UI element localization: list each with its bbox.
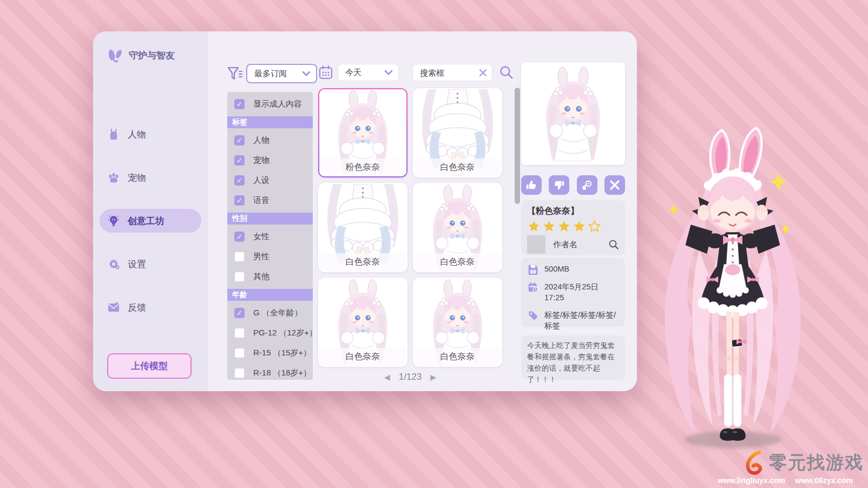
filter-checkbox-row[interactable]: ✓宠物 — [227, 150, 313, 170]
filter-checkbox-row[interactable]: ✓G （全年龄） — [227, 303, 313, 323]
author-avatar[interactable] — [527, 235, 545, 254]
checkbox-label: R-15 （15岁+） — [253, 348, 311, 358]
checkbox-checked[interactable]: ✓ — [234, 135, 245, 146]
filter-checkbox-row[interactable]: 其他 — [227, 267, 313, 287]
filter-checkbox-row[interactable]: ✓女性 — [227, 227, 313, 247]
sidebar-item-label: 设置 — [128, 258, 146, 271]
model-info-card: 【粉色奈奈】 作者名 — [521, 200, 625, 255]
checkbox-label: PG-12 （12岁+） — [253, 328, 313, 338]
filter-funnel-icon — [226, 65, 244, 82]
thumbs-up-button[interactable] — [521, 175, 542, 195]
app-window: 守护与智友 人物 宠物 — [93, 31, 637, 391]
close-preview-button[interactable] — [604, 175, 625, 195]
sidebar-item-feedback[interactable]: 反馈 — [100, 295, 201, 319]
clear-search-icon[interactable] — [479, 69, 487, 77]
filter-checkbox-row-adult[interactable]: ✓ 显示成人内容 — [227, 94, 313, 114]
sort-dropdown[interactable]: 最多订阅 — [246, 64, 317, 83]
checkbox-checked[interactable]: ✓ — [234, 232, 245, 242]
thumbs-down-button[interactable] — [549, 175, 569, 195]
app-title: 守护与智友 — [129, 49, 175, 62]
thumbs-up-icon — [525, 179, 537, 191]
tag-icon — [527, 310, 538, 331]
checkbox-unchecked[interactable] — [234, 272, 245, 282]
page-next-icon[interactable]: ▶ — [430, 373, 436, 381]
checkbox-unchecked[interactable] — [234, 348, 245, 358]
filter-section-header: 年龄 — [227, 289, 313, 301]
model-card[interactable]: 白色奈奈 — [318, 183, 407, 272]
filter-checkbox-row[interactable]: 男性 — [227, 247, 313, 267]
meta-size-row: 500MB — [527, 264, 619, 275]
model-card[interactable]: 白色奈奈 — [413, 183, 502, 272]
upload-model-button[interactable]: 上传模型 — [107, 353, 192, 379]
search-input[interactable] — [413, 68, 479, 78]
author-name: 作者名 — [553, 240, 608, 250]
model-card-label: 白色奈奈 — [414, 348, 501, 366]
filter-checkbox-row[interactable]: R-18 （18岁+） — [227, 363, 313, 380]
calendar-clock-icon — [527, 282, 538, 303]
model-card[interactable]: 白色奈奈 — [413, 88, 502, 177]
author-row: 作者名 — [527, 235, 619, 254]
sidebar-item-label: 创意工坊 — [128, 215, 165, 227]
meta-tags-row: 标签/标签/标签/标签/标签 — [527, 310, 619, 331]
checkbox-checked[interactable]: ✓ — [234, 195, 245, 206]
model-card-label: 白色奈奈 — [414, 159, 501, 176]
checkbox-unchecked[interactable] — [234, 368, 245, 378]
date-filter-dropdown[interactable]: 今天 — [338, 64, 399, 81]
sidebar-item-workshop[interactable]: 创意工坊 — [100, 209, 201, 233]
model-card-selected[interactable]: 粉色奈奈 — [318, 88, 407, 177]
steam-icon — [581, 179, 593, 192]
pagination: ◀ 1/123 ▶ — [318, 372, 502, 383]
filter-checkbox-row[interactable]: ✓人物 — [227, 130, 313, 150]
model-cards-grid: 粉色奈奈 白色奈奈 白色奈奈 白色奈奈 白色奈奈 — [318, 88, 502, 367]
checkbox-checked[interactable]: ✓ — [234, 155, 245, 166]
sidebar-item-label: 反馈 — [128, 301, 146, 314]
star-filled-icon — [573, 220, 586, 233]
author-search-icon[interactable] — [608, 239, 619, 250]
model-thumbnail: 白色奈奈 — [414, 184, 501, 271]
checkbox-unchecked[interactable] — [234, 252, 245, 262]
meta-date-row: 2024年5月25日 17:25 — [527, 282, 619, 303]
scrollbar-thumb[interactable] — [515, 88, 520, 204]
checkbox-label: G （全年龄） — [253, 308, 303, 318]
checkbox-unchecked[interactable] — [234, 328, 245, 338]
thumbs-down-icon — [553, 179, 565, 191]
model-size: 500MB — [544, 264, 569, 275]
checkbox-checked[interactable]: ✓ — [234, 175, 245, 186]
filter-checkbox-row[interactable]: PG-12 （12岁+） — [227, 323, 313, 343]
steam-button[interactable] — [577, 175, 597, 195]
checkbox-checked[interactable]: ✓ — [234, 99, 245, 109]
checkbox-label: 语音 — [253, 195, 269, 206]
mail-icon — [107, 301, 120, 314]
model-thumbnail: 粉色奈奈 — [319, 89, 406, 176]
watermark-url: www.06zyx.com — [795, 476, 853, 485]
model-action-buttons — [521, 175, 625, 195]
watermark-url: www.lingliuyx.com — [718, 476, 786, 485]
filter-checkbox-row[interactable]: R-15 （15岁+） — [227, 343, 313, 363]
checkbox-label: 男性 — [253, 252, 269, 262]
star-filled-icon — [527, 220, 541, 233]
bunny-logo-icon — [107, 48, 123, 63]
filter-checkbox-row[interactable]: ✓语音 — [227, 190, 313, 210]
gear-icon — [107, 258, 120, 271]
model-tags: 标签/标签/标签/标签/标签 — [544, 310, 619, 331]
model-card[interactable]: 白色奈奈 — [318, 278, 407, 367]
checkbox-checked[interactable]: ✓ — [234, 308, 245, 318]
sort-dropdown-value: 最多订阅 — [247, 69, 302, 79]
sidebar-item-character[interactable]: 人物 — [100, 122, 201, 146]
chevron-down-icon — [384, 70, 393, 75]
mascot-character — [652, 126, 813, 457]
sidebar-item-pet[interactable]: 宠物 — [100, 166, 201, 189]
sidebar-item-settings[interactable]: 设置 — [100, 252, 201, 276]
filter-panel-sections: 标签✓人物✓宠物✓人设✓语音性别✓女性男性其他年龄✓G （全年龄）PG-12 （… — [227, 116, 313, 380]
model-preview-image — [521, 62, 625, 165]
model-thumbnail: 白色奈奈 — [319, 184, 406, 271]
search-icon[interactable] — [499, 65, 514, 80]
model-description: 今天晚上吃了麦当劳穷鬼套餐和摇摇薯条，穷鬼套餐在涨价的话，就要吃不起了！！！ — [527, 340, 619, 386]
model-card-label: 白色奈奈 — [319, 348, 406, 366]
page-prev-icon[interactable]: ◀ — [384, 373, 390, 381]
model-card[interactable]: 白色奈奈 — [413, 278, 502, 367]
sidebar-item-label: 宠物 — [128, 172, 146, 184]
filter-checkbox-row[interactable]: ✓人设 — [227, 170, 313, 190]
close-icon — [609, 180, 620, 190]
checkbox-label: 其他 — [253, 272, 269, 282]
